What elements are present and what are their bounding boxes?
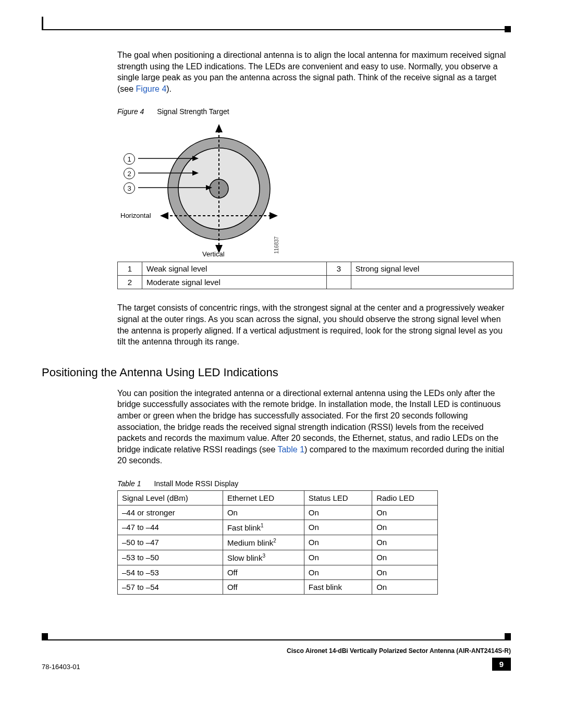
intro-text-b: ).	[166, 84, 172, 93]
callout-circle-2: 2	[124, 168, 135, 179]
cell-status: On	[304, 565, 372, 579]
target-description-paragraph: The target consists of concentric rings,…	[117, 302, 511, 347]
cell-signal: –50 to –47	[118, 535, 223, 550]
cell-radio: On	[372, 565, 438, 579]
cell-radio: On	[372, 550, 438, 565]
table-caption: Table 1Install Mode RSSI Display	[117, 479, 511, 488]
legend-num: 1	[118, 262, 142, 276]
cell-ethernet: Off	[223, 579, 304, 594]
table-row: –47 to –44Fast blink1OnOn	[118, 520, 438, 535]
cell-radio: On	[372, 520, 438, 535]
callout-1: 1	[124, 153, 135, 165]
table-ref-link[interactable]: Table 1	[277, 445, 304, 454]
bottom-rule	[42, 639, 511, 640]
table-number: Table 1	[117, 479, 141, 488]
col-signal-level: Signal Level (dBm)	[118, 490, 223, 505]
cell-status: On	[304, 550, 372, 565]
positioning-paragraph: You can position the integrated antenna …	[117, 388, 511, 466]
svg-marker-4	[215, 124, 223, 132]
col-status-led: Status LED	[304, 490, 372, 505]
axis-vertical-label: Vertical	[202, 250, 225, 258]
crop-mark	[505, 26, 511, 32]
table-row: –54 to –53OffOnOn	[118, 565, 438, 579]
footer-doc-title: Cisco Aironet 14-dBi Vertically Polarize…	[287, 647, 511, 656]
legend-num: 3	[326, 262, 351, 276]
cell-ethernet: On	[223, 505, 304, 520]
figure-legend-table: 1 Weak signal level 3 Strong signal leve…	[117, 262, 513, 289]
cell-signal: –44 or stronger	[118, 505, 223, 520]
crop-mark	[42, 633, 48, 639]
cell-status: On	[304, 520, 372, 535]
positioning-text-a: You can position the integrated antenna …	[117, 389, 501, 454]
signal-target-figure: 1 2 3 Horizontal Vertical 116837	[117, 121, 295, 256]
page-footer: 78-16403-01 Cisco Aironet 14-dBi Vertica…	[42, 647, 511, 671]
footer-right: Cisco Aironet 14-dBi Vertically Polarize…	[287, 647, 511, 671]
cell-status: Fast blink	[304, 579, 372, 594]
table-title: Install Mode RSSI Display	[154, 479, 238, 488]
page-number: 9	[492, 658, 511, 671]
callout-circle-3: 3	[124, 182, 135, 194]
footer-partnum: 78-16403-01	[42, 663, 80, 671]
cell-ethernet: Medium blink2	[223, 535, 304, 550]
figure-number: Figure 4	[117, 107, 144, 116]
intro-paragraph: The goal when positioning a directional …	[117, 50, 511, 94]
legend-row: 2 Moderate signal level	[118, 276, 513, 289]
cell-ethernet: Slow blink3	[223, 550, 304, 565]
table-row: –53 to –50Slow blink3OnOn	[118, 550, 438, 565]
cell-signal: –47 to –44	[118, 520, 223, 535]
cell-status: On	[304, 505, 372, 520]
table-row: –57 to –54OffFast blinkOn	[118, 579, 438, 594]
cell-radio: On	[372, 505, 438, 520]
target-svg	[117, 121, 295, 256]
col-radio-led: Radio LED	[372, 490, 438, 505]
figure-title: Signal Strength Target	[157, 107, 229, 116]
cell-ethernet: Fast blink1	[223, 520, 304, 535]
legend-row: 1 Weak signal level 3 Strong signal leve…	[118, 262, 513, 276]
cell-signal: –54 to –53	[118, 565, 223, 579]
legend-text: Weak signal level	[142, 262, 327, 276]
legend-num	[326, 276, 351, 289]
callout-3: 3	[124, 182, 135, 194]
callout-2: 2	[124, 168, 135, 179]
axis-horizontal-label: Horizontal	[120, 212, 151, 219]
svg-marker-7	[160, 212, 168, 219]
cell-ethernet: Off	[223, 565, 304, 579]
legend-num: 2	[118, 276, 142, 289]
crop-mark	[505, 633, 511, 639]
table-row: –44 or strongerOnOnOn	[118, 505, 438, 520]
top-rule	[42, 29, 511, 30]
figure-ref-link[interactable]: Figure 4	[136, 84, 167, 93]
legend-text: Strong signal level	[351, 262, 513, 276]
rssi-table: Signal Level (dBm) Ethernet LED Status L…	[117, 490, 438, 595]
table-row: –50 to –47Medium blink2OnOn	[118, 535, 438, 550]
intro-text-a: The goal when positioning a directional …	[117, 51, 506, 93]
cell-status: On	[304, 535, 372, 550]
page: The goal when positioning a directional …	[0, 0, 563, 728]
callout-circle-1: 1	[124, 153, 135, 165]
cell-signal: –53 to –50	[118, 550, 223, 565]
legend-text: Moderate signal level	[142, 276, 327, 289]
section-heading: Positioning the Antenna Using LED Indica…	[42, 366, 511, 379]
cell-radio: On	[372, 535, 438, 550]
figure-id: 116837	[274, 237, 279, 254]
table-header-row: Signal Level (dBm) Ethernet LED Status L…	[118, 490, 438, 505]
figure-caption: Figure 4Signal Strength Target	[117, 107, 511, 116]
legend-text	[351, 276, 513, 289]
crop-tick	[42, 17, 43, 30]
svg-marker-8	[270, 212, 278, 219]
cell-radio: On	[372, 579, 438, 594]
cell-signal: –57 to –54	[118, 579, 223, 594]
col-ethernet-led: Ethernet LED	[223, 490, 304, 505]
